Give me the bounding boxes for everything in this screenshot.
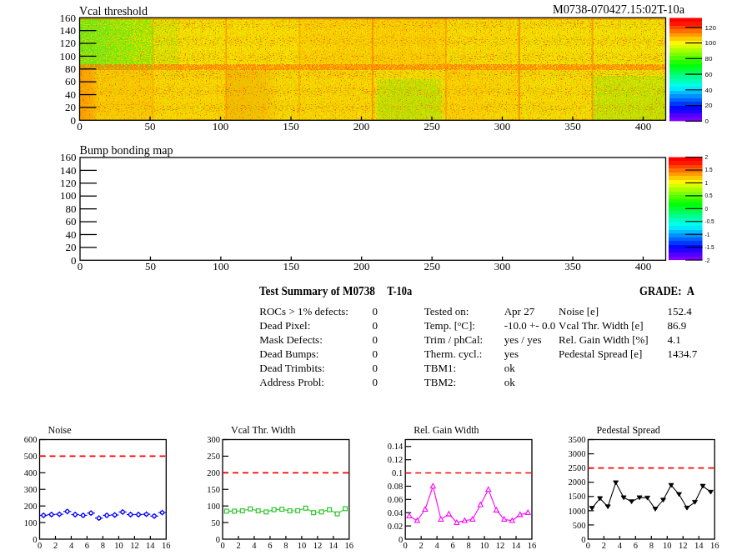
svg-text:12: 12 [679,541,688,550]
svg-text:T-10a: T-10a [387,285,412,298]
svg-text:50: 50 [212,518,221,528]
svg-text:20: 20 [705,102,713,109]
svg-text:0.08: 0.08 [388,482,403,491]
svg-text:250: 250 [424,120,440,132]
svg-text:TBM2:: TBM2: [424,376,456,388]
svg-text:150: 150 [283,260,300,272]
svg-text:TBM1:: TBM1: [424,362,456,374]
svg-text:300: 300 [24,485,38,494]
svg-text:6: 6 [85,541,89,550]
svg-text:80: 80 [65,62,76,75]
svg-text:100: 100 [60,50,77,62]
svg-text:120: 120 [60,177,77,189]
svg-text:100: 100 [60,189,77,202]
svg-text:100: 100 [24,518,38,528]
svg-text:60: 60 [66,215,77,228]
svg-text:0.02: 0.02 [388,522,403,531]
svg-text:20: 20 [66,241,77,253]
svg-text:300: 300 [207,435,220,444]
svg-text:120: 120 [60,37,77,49]
svg-text:Apr 27: Apr 27 [504,305,535,318]
svg-text:ok: ok [504,376,516,388]
svg-text:0: 0 [38,541,42,550]
svg-text:12: 12 [496,541,505,550]
svg-text:100: 100 [213,120,229,132]
svg-text:0: 0 [373,319,379,332]
svg-text:500: 500 [573,521,586,530]
svg-text:20: 20 [65,101,76,113]
svg-text:10: 10 [663,541,672,550]
svg-text:0: 0 [404,541,408,550]
svg-text:Vcal Thr. Width: Vcal Thr. Width [231,424,295,436]
svg-text:8: 8 [466,541,470,550]
svg-text:100: 100 [207,502,220,511]
svg-text:2000: 2000 [568,478,585,487]
svg-text:500: 500 [24,452,38,461]
svg-text:M0738-070427.15:02T-10a: M0738-070427.15:02T-10a [553,2,685,16]
svg-text:14: 14 [329,541,338,550]
svg-text:60: 60 [705,71,713,78]
svg-text:80: 80 [705,55,713,62]
svg-text:14: 14 [512,541,521,550]
svg-text:250: 250 [207,452,220,461]
svg-text:14: 14 [694,541,704,550]
svg-text:2: 2 [236,541,240,550]
svg-text:6: 6 [634,541,638,550]
svg-text:16: 16 [528,541,537,550]
svg-text:ok: ok [504,362,516,374]
svg-text:100: 100 [213,260,229,272]
svg-text:0: 0 [705,206,709,212]
svg-text:Dead Bumps:: Dead Bumps: [259,348,318,360]
svg-text:60: 60 [65,75,76,88]
svg-text:Mask Defects:: Mask Defects: [259,333,322,346]
svg-text:0: 0 [705,118,709,125]
svg-text:2: 2 [419,541,424,550]
svg-text:Trim / phCal:: Trim / phCal: [424,333,483,346]
svg-text:Rel. Gain Width: Rel. Gain Width [414,424,479,436]
svg-text:4: 4 [252,541,257,550]
svg-text:0.14: 0.14 [388,442,404,451]
svg-text:-1.5: -1.5 [705,244,715,250]
svg-text:6: 6 [450,541,454,550]
svg-text:1500: 1500 [568,492,585,501]
svg-text:yes / yes: yes / yes [504,333,542,346]
svg-text:1: 1 [705,180,709,186]
svg-text:-2: -2 [705,258,710,263]
svg-text:0: 0 [33,535,37,544]
svg-text:0.1: 0.1 [392,468,403,478]
svg-text:8: 8 [283,541,288,550]
svg-text:300: 300 [494,260,511,272]
svg-text:2: 2 [53,541,58,550]
svg-text:0: 0 [373,305,379,318]
svg-text:50: 50 [145,120,156,132]
svg-text:160: 160 [60,12,77,24]
svg-text:200: 200 [353,120,370,132]
svg-text:Vcal threshold: Vcal threshold [79,4,148,18]
svg-text:1000: 1000 [568,507,585,516]
svg-text:Noise [e]: Noise [e] [559,305,599,318]
svg-text:80: 80 [66,202,77,215]
svg-text:1434.7: 1434.7 [668,348,698,360]
svg-text:-10.0 +- 0.0: -10.0 +- 0.0 [504,319,556,332]
svg-text:-0.5: -0.5 [705,218,715,224]
svg-text:200: 200 [24,502,38,511]
svg-text:0: 0 [373,348,379,360]
svg-text:8: 8 [649,541,654,550]
svg-text:10: 10 [114,541,123,550]
svg-text:0.04: 0.04 [388,508,404,518]
svg-text:4: 4 [618,541,623,550]
svg-text:120: 120 [705,24,717,32]
svg-text:Tested on:: Tested on: [424,305,469,318]
svg-text:12: 12 [313,541,323,550]
svg-text:Dead Trimbits:: Dead Trimbits: [259,362,324,374]
svg-text:0: 0 [78,260,83,272]
svg-text:4: 4 [69,541,74,550]
svg-text:0: 0 [77,120,83,132]
svg-text:Noise: Noise [48,424,72,436]
svg-text:yes: yes [504,348,519,360]
svg-text:600: 600 [24,435,38,444]
svg-text:0: 0 [399,535,403,544]
svg-text:2: 2 [602,541,606,550]
svg-text:Temp. [oC]:: Temp. [oC]: [424,319,475,332]
svg-text:200: 200 [353,260,370,272]
